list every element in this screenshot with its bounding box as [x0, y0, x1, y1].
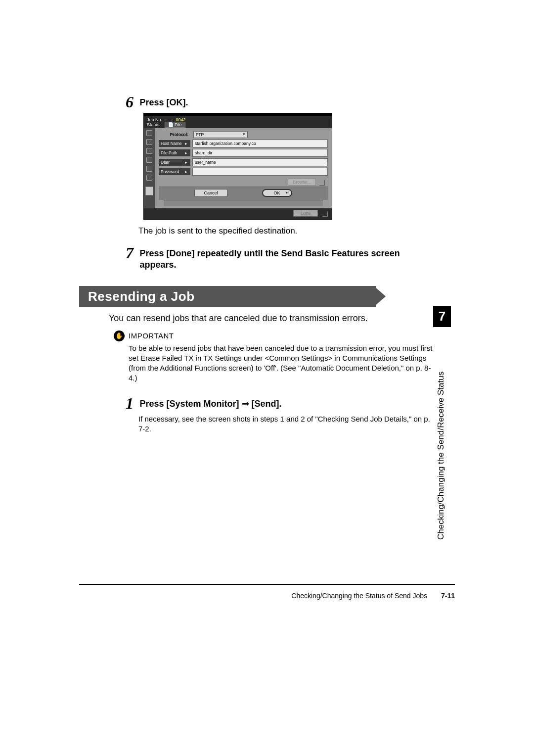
- browse-button: Browse...: [288, 179, 316, 186]
- password-field[interactable]: [192, 168, 328, 176]
- step-7: 7 Press [Done] repeatedly until the Send…: [114, 245, 435, 271]
- done-button: Done: [293, 210, 318, 217]
- dialog-header: Job No. : 0042 Status 📄 File: [144, 116, 332, 128]
- file-tab: File: [175, 122, 182, 127]
- chapter-title: Checking/Changing the Send/Receive Statu…: [433, 327, 449, 560]
- dialog-screenshot: Job No. : 0042 Status 📄 File Protocol:: [143, 113, 332, 220]
- protocol-select[interactable]: FTP: [193, 131, 248, 138]
- step-title: Press [OK].: [139, 94, 188, 108]
- page-number: 7-11: [441, 592, 455, 600]
- user-field[interactable]: user_name: [192, 158, 328, 166]
- protocol-label: Protocol:: [159, 131, 191, 138]
- step-1: 1 Press [System Monitor] ➞ [Send].: [114, 395, 435, 411]
- resize-corner-icon: [322, 211, 328, 217]
- step-6: 6 Press [OK].: [114, 94, 435, 110]
- jobno-label: Job No.: [147, 117, 162, 122]
- step-number: 6: [114, 94, 134, 110]
- important-callout: ✋ IMPORTANT: [114, 331, 435, 341]
- important-body: To be able to resend jobs that have been…: [129, 343, 435, 383]
- hostname-button[interactable]: Host Name▸: [159, 140, 190, 147]
- step-title: Press [System Monitor] ➞ [Send].: [139, 395, 281, 410]
- cancel-button[interactable]: Cancel: [194, 189, 227, 197]
- chapter-number: 7: [433, 306, 451, 327]
- page-footer: Checking/Changing the Status of Send Job…: [79, 592, 455, 600]
- step-6-caption: The job is sent to the specified destina…: [138, 226, 435, 237]
- ok-button[interactable]: OK: [262, 189, 292, 197]
- section-intro: You can resend jobs that are canceled du…: [109, 313, 435, 324]
- chapter-tab: 7 Checking/Changing the Send/Receive Sta…: [433, 306, 451, 560]
- scrollbar[interactable]: [164, 200, 323, 206]
- filepath-button[interactable]: File Path▸: [159, 149, 190, 156]
- important-label: IMPORTANT: [129, 331, 174, 340]
- section-heading-text: Resending a Job: [79, 286, 376, 307]
- dialog-side-icons: [144, 128, 155, 208]
- password-button[interactable]: Password▸: [159, 168, 190, 175]
- status-label: Status: [147, 122, 160, 127]
- step-number: 1: [114, 395, 134, 411]
- important-icon: ✋: [114, 331, 125, 341]
- section-heading: Resending a Job: [79, 286, 435, 307]
- user-button[interactable]: User▸: [159, 159, 190, 166]
- hostname-field[interactable]: starfish.organization.company.co: [192, 140, 328, 147]
- footer-title: Checking/Changing the Status of Send Job…: [291, 592, 427, 600]
- step-1-body: If necessary, see the screen shots in st…: [138, 414, 435, 434]
- footer-rule: [79, 584, 455, 585]
- resize-corner-icon: [319, 180, 325, 186]
- filepath-field[interactable]: share_dir: [192, 149, 328, 157]
- step-title: Press [Done] repeatedly until the Send B…: [139, 245, 426, 271]
- step-number: 7: [114, 245, 134, 261]
